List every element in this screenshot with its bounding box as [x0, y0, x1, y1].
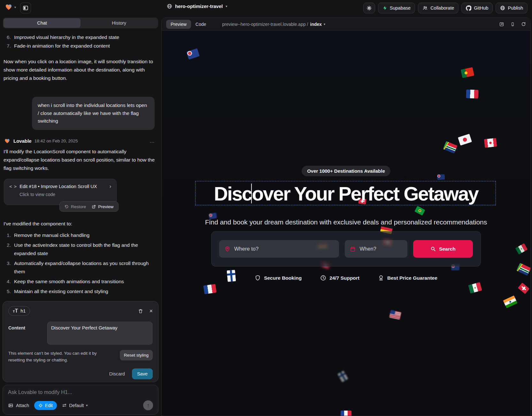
- preview-button[interactable]: Preview: [89, 202, 116, 211]
- typography-icon: ᴛT: [13, 308, 18, 314]
- reset-styling-button[interactable]: Reset styling: [120, 350, 153, 360]
- search-label: Search: [439, 246, 456, 252]
- message-menu-button[interactable]: ...: [150, 138, 155, 144]
- list-number: 1.: [4, 231, 11, 239]
- code-icon: < >: [9, 184, 16, 189]
- flag-fr-decoration: [341, 411, 351, 416]
- globe-icon: [167, 4, 172, 9]
- list-item: 3.Automatically expand/collapse location…: [4, 259, 154, 276]
- edit-card-subtitle: Click to view code: [19, 192, 111, 197]
- list-text: Improved visual hierarchy in the expande…: [14, 33, 119, 42]
- chevron-down-icon: ▾: [324, 22, 325, 26]
- restore-button[interactable]: Restore: [62, 202, 89, 211]
- project-switcher[interactable]: hero-optimizer-travel ▾: [167, 4, 227, 9]
- when-field[interactable]: [345, 240, 407, 258]
- github-label: GitHub: [474, 5, 488, 11]
- open-external-button[interactable]: [499, 22, 504, 27]
- supabase-button[interactable]: Supabase: [378, 3, 415, 13]
- search-button[interactable]: Search: [413, 240, 473, 258]
- flag-ca-decoration: [484, 138, 497, 148]
- element-selection-outline: [195, 181, 496, 205]
- collaborate-label: Collaborate: [430, 5, 454, 11]
- url-host: preview--hero-optimizer-travel.lovable.a…: [222, 22, 308, 27]
- lovable-heart-icon: [4, 3, 13, 11]
- clock-icon: [320, 275, 326, 281]
- list-number: 6.: [4, 33, 11, 42]
- tab-preview[interactable]: Preview: [166, 20, 191, 29]
- restore-label: Restore: [71, 204, 86, 209]
- when-input[interactable]: [359, 246, 402, 252]
- list-text: Keep the same smooth animations and tran…: [14, 277, 124, 286]
- calendar-icon: [350, 246, 356, 252]
- mobile-view-button[interactable]: [511, 22, 515, 27]
- refresh-button[interactable]: [521, 22, 526, 27]
- element-editor-panel: ᴛT h1 × Content Discover Your Perfect Ge…: [3, 301, 158, 382]
- feature-support: 24/7 Support: [320, 275, 359, 281]
- list-item: 1.Remove the manual click handling: [4, 231, 154, 239]
- list-item: 2.Use the activeIndex state to control b…: [4, 241, 154, 258]
- award-icon: [378, 275, 384, 281]
- composer-input[interactable]: [8, 389, 153, 395]
- lovable-logo-menu[interactable]: ▾: [4, 3, 16, 11]
- tab-chat[interactable]: Chat: [4, 18, 81, 28]
- tab-code[interactable]: Code: [191, 20, 211, 29]
- close-icon[interactable]: ×: [149, 308, 153, 314]
- map-pin-icon: [224, 246, 230, 252]
- chevron-down-icon: ▾: [86, 404, 88, 407]
- list-item: 4.Keep the same smooth animations and tr…: [4, 277, 154, 286]
- chevron-right-icon: ›: [110, 184, 111, 189]
- publish-button[interactable]: Publish: [496, 3, 528, 13]
- mode-selector[interactable]: Default ▾: [62, 403, 88, 408]
- list-text: Automatically expand/collapse locations …: [14, 259, 154, 276]
- chat-composer: Attach Edit Default ▾ ↑: [3, 385, 158, 415]
- mode-label: Default: [69, 403, 84, 408]
- assistant-paragraph: I'll modify the LocationScroll component…: [4, 147, 155, 172]
- tab-history[interactable]: History: [81, 18, 158, 28]
- styling-note: This element can't be styled. You can ed…: [8, 350, 111, 363]
- chevron-down-icon: ▾: [226, 4, 227, 8]
- search-bar: Search: [211, 231, 481, 267]
- gear-icon: [366, 5, 372, 11]
- lovable-heart-icon: [4, 138, 11, 144]
- save-button[interactable]: Save: [132, 368, 153, 379]
- assistant-message-header: Lovable 18:42 on Feb 20, 2025 ...: [4, 138, 155, 144]
- element-tag-label: h1: [20, 308, 26, 314]
- restore-icon: [65, 205, 69, 209]
- collaborate-button[interactable]: Collaborate: [418, 3, 459, 13]
- list-number: 4.: [4, 277, 11, 286]
- github-button[interactable]: GitHub: [461, 3, 493, 13]
- feature-secure-booking: Secure Booking: [255, 275, 302, 281]
- sidebar-toggle-button[interactable]: [20, 3, 31, 13]
- attach-button[interactable]: Attach: [8, 403, 29, 408]
- feature-label: Best Price Guarantee: [387, 275, 437, 281]
- where-input[interactable]: [234, 246, 334, 252]
- panel-left-icon: [23, 5, 28, 11]
- edit-card-title: Edit #18 • Improve Location Scroll UX: [19, 184, 97, 189]
- where-field[interactable]: [219, 240, 339, 258]
- feature-row: Secure Booking 24/7 Support Best Price G…: [162, 275, 530, 281]
- edit-version-card[interactable]: < > Edit #18 • Improve Location Scroll U…: [4, 179, 117, 205]
- send-button[interactable]: ↑: [143, 400, 153, 410]
- preview-toolbar: Preview Code preview--hero-optimizer-tra…: [162, 18, 530, 31]
- image-icon: [8, 403, 13, 408]
- list-number: 2.: [4, 241, 11, 258]
- hero-subtitle: Find and book your dream destination wit…: [162, 218, 530, 226]
- people-icon: [422, 5, 428, 11]
- trash-icon[interactable]: [138, 308, 143, 314]
- flag-fr-decoration: [466, 89, 479, 98]
- element-tag-pill[interactable]: ᴛT h1: [8, 306, 30, 316]
- preview-url[interactable]: preview--hero-optimizer-travel.lovable.a…: [222, 22, 325, 27]
- settings-button[interactable]: [363, 3, 375, 13]
- project-name: hero-optimizer-travel: [175, 4, 223, 9]
- list-number: 3.: [4, 259, 11, 276]
- edit-mode-pill[interactable]: Edit: [34, 401, 57, 410]
- assistant-numbered-list: 1.Remove the manual click handling 2.Use…: [4, 231, 154, 297]
- preview-pane: Preview Code preview--hero-optimizer-tra…: [161, 18, 531, 416]
- content-input[interactable]: Discover Your Perfect Getaway: [47, 321, 153, 345]
- list-text: Remove the manual click handling: [14, 231, 89, 239]
- discard-button[interactable]: Discard: [109, 371, 125, 376]
- search-icon: [430, 246, 436, 252]
- github-icon: [466, 5, 471, 11]
- url-page: index: [310, 22, 322, 27]
- list-text: Use the activeIndex state to control bot…: [14, 241, 154, 258]
